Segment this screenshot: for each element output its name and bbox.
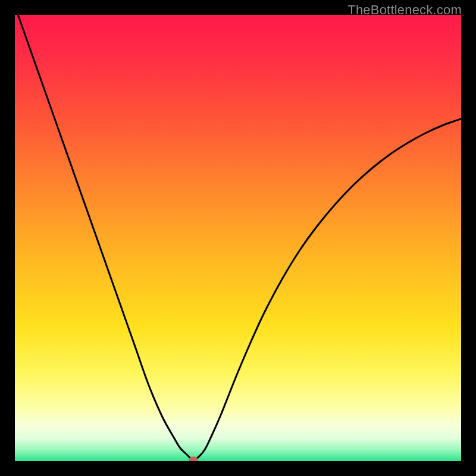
gradient-bg bbox=[15, 15, 461, 461]
chart-frame: TheBottleneck.com bbox=[0, 0, 476, 476]
chart-svg bbox=[15, 15, 461, 461]
plot-area bbox=[15, 15, 461, 461]
